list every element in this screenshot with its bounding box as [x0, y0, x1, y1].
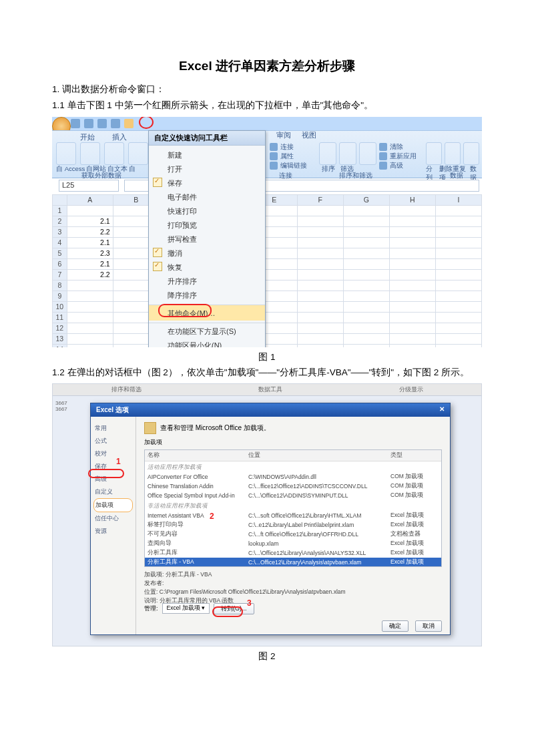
cell[interactable]: 2.1 [67, 216, 113, 226]
menu-item-other-commands[interactable]: 其他命令(M)… [149, 305, 265, 321]
from-text-icon[interactable] [104, 142, 124, 165]
row-header[interactable]: 11 [53, 312, 67, 323]
sidebar-item[interactable]: 加载项 [93, 498, 133, 512]
redo-icon[interactable] [97, 119, 107, 128]
cell[interactable]: 2.1 [67, 258, 113, 269]
cell[interactable] [389, 291, 435, 301]
manage-select[interactable]: Excel 加载项 ▾ [162, 603, 210, 614]
row-header[interactable]: 12 [53, 323, 67, 333]
menu-item[interactable]: 打开 [149, 162, 265, 176]
cell[interactable] [389, 344, 435, 347]
cell[interactable] [435, 205, 481, 216]
row-header[interactable]: 9 [53, 291, 67, 301]
from-web-icon[interactable] [80, 142, 100, 165]
cell[interactable] [343, 312, 389, 323]
menu-item[interactable]: 打印预览 [149, 218, 265, 232]
cell[interactable] [435, 301, 481, 312]
list-item[interactable]: Internet Assistant VBAC:\...soft Office\… [145, 511, 441, 520]
cell[interactable] [435, 216, 481, 226]
tab-view[interactable]: 视图 [302, 130, 316, 140]
row-header[interactable]: 5 [53, 248, 67, 258]
row-header[interactable]: 10 [53, 301, 67, 312]
list-item[interactable]: AIPConverter For OfficeC:\WINDOWS\AIPAdd… [145, 472, 441, 482]
cell[interactable] [435, 237, 481, 248]
cell[interactable] [343, 248, 389, 258]
cell[interactable] [297, 280, 343, 291]
sort-za-icon[interactable] [339, 142, 356, 165]
properties-icon[interactable] [270, 152, 278, 160]
addins-list[interactable]: 名称 位置 类型 活动应用程序加载项AIPConverter For Offic… [144, 449, 442, 567]
list-item[interactable]: 查阅向导lookup.xlamExcel 加载项 [145, 539, 441, 548]
sidebar-item[interactable]: 常用 [93, 422, 133, 435]
row-header[interactable]: 3 [53, 226, 67, 237]
close-icon[interactable]: ✕ [439, 405, 445, 415]
list-item[interactable]: Office Special Symbol Input Add-inC:\...… [145, 491, 441, 500]
cell[interactable] [435, 323, 481, 333]
from-access-icon[interactable] [56, 142, 76, 165]
cell[interactable] [67, 333, 113, 344]
menu-item[interactable]: 快速打印 [149, 204, 265, 218]
cell[interactable] [67, 323, 113, 333]
cell[interactable] [67, 291, 113, 301]
remove-dup-icon[interactable] [445, 142, 461, 165]
menu-item[interactable]: 升序排序 [149, 274, 265, 289]
cell[interactable]: 2.2 [67, 226, 113, 237]
name-box[interactable]: L25 [59, 180, 119, 192]
cell[interactable] [389, 280, 435, 291]
menu-item[interactable]: 功能区最小化(N) [149, 339, 265, 347]
cell[interactable] [297, 301, 343, 312]
cell[interactable] [389, 248, 435, 258]
cell[interactable] [435, 333, 481, 344]
menu-item[interactable]: 电子邮件 [149, 190, 265, 204]
cell[interactable]: 2.2 [67, 269, 113, 280]
column-header[interactable]: A [67, 194, 113, 205]
sort-az-icon[interactable] [319, 142, 336, 165]
cell[interactable] [343, 301, 389, 312]
row-header[interactable]: 4 [53, 237, 67, 248]
cell[interactable] [389, 216, 435, 226]
cell[interactable] [297, 312, 343, 323]
cell[interactable]: 2.3 [67, 248, 113, 258]
cell[interactable] [435, 344, 481, 347]
cell[interactable] [389, 301, 435, 312]
cell[interactable] [343, 333, 389, 344]
list-item[interactable]: 分析工具库 - VBAC:\...Office12\Library\Analys… [145, 558, 441, 567]
row-header[interactable]: 1 [53, 205, 67, 216]
cell[interactable] [435, 248, 481, 258]
menu-item[interactable]: 降序排序 [149, 289, 265, 303]
cell[interactable] [343, 269, 389, 280]
sidebar-item[interactable]: 公式 [93, 435, 133, 447]
row-header[interactable]: 6 [53, 258, 67, 269]
column-header[interactable]: H [389, 194, 435, 205]
filter-icon[interactable] [359, 142, 376, 165]
cell[interactable] [435, 269, 481, 280]
cell[interactable] [389, 333, 435, 344]
cell[interactable] [67, 312, 113, 323]
cell[interactable] [343, 344, 389, 347]
menu-item[interactable]: 在功能区下方显示(S) [149, 323, 265, 339]
cell[interactable] [297, 269, 343, 280]
undo-icon[interactable] [84, 119, 93, 128]
save-icon[interactable] [71, 119, 80, 128]
cell[interactable] [389, 205, 435, 216]
cell[interactable] [389, 226, 435, 237]
row-header[interactable]: 14 [53, 344, 67, 347]
row-header[interactable]: 13 [53, 333, 67, 344]
menu-item[interactable]: 撤消 [149, 246, 265, 260]
row-header[interactable]: 8 [53, 280, 67, 291]
cell[interactable] [435, 280, 481, 291]
connect-icon[interactable] [270, 143, 278, 151]
advanced-icon[interactable] [379, 162, 387, 170]
cell[interactable] [67, 344, 113, 347]
sidebar-item[interactable]: 校对 [93, 447, 133, 460]
cell[interactable] [435, 226, 481, 237]
tab-review[interactable]: 审阅 [276, 130, 291, 140]
ok-button[interactable]: 确定 [382, 620, 409, 632]
row-header[interactable]: 2 [53, 216, 67, 226]
cell[interactable] [435, 291, 481, 301]
print-preview-icon[interactable] [111, 119, 120, 128]
data-validation-icon[interactable] [463, 142, 479, 165]
cancel-button[interactable]: 取消 [415, 620, 442, 632]
reapply-icon[interactable] [379, 152, 387, 160]
dropdown-arrow-icon[interactable] [124, 119, 134, 128]
